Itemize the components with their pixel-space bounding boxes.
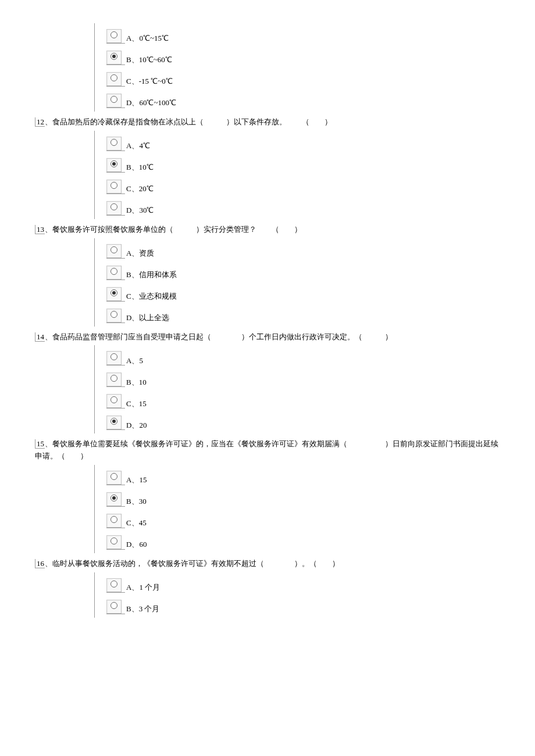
radio-selected-icon [110, 418, 117, 425]
radio-button[interactable] [106, 535, 122, 549]
radio-unselected-icon [110, 246, 117, 253]
question-text: 13、餐饮服务许可按照餐饮服务单位的（ ）实行分类管理？ （ ） [35, 224, 500, 236]
radio-underline [106, 535, 125, 550]
question-block: 16、临时从事餐饮服务活动的，《餐饮服务许可证》有效期不超过（ ）。（ ）A、1… [35, 558, 500, 618]
option-text: 信用和体系 [139, 270, 177, 279]
question-text: 12、食品加热后的冷藏保存是指食物在冰点以上（ ）以下条件存放。 （ ） [35, 116, 500, 128]
radio-button[interactable] [106, 51, 122, 65]
option-label: D、20 [126, 420, 147, 432]
option-text: 0℃~15℃ [139, 34, 169, 42]
question-stem: 、餐饮服务许可按照餐饮服务单位的（ ）实行分类管理？ （ ） [45, 225, 302, 234]
radio-underline [106, 137, 125, 151]
radio-unselected-icon [110, 602, 117, 609]
radio-button[interactable] [106, 180, 122, 194]
radio-button[interactable] [106, 394, 122, 408]
radio-underline [106, 180, 125, 194]
radio-unselected-icon [110, 203, 117, 210]
radio-button[interactable] [106, 94, 122, 108]
option-letter: C [126, 518, 131, 527]
question-stem: 、食品药品监督管理部门应当自受理申请之日起（ ）个工作日内做出行政许可决定。（ … [45, 332, 393, 341]
radio-unselected-icon [110, 375, 117, 382]
radio-unselected-icon [110, 311, 117, 318]
option-row: D、20 [106, 411, 500, 432]
radio-button[interactable] [106, 287, 122, 301]
radio-button[interactable] [106, 492, 122, 506]
option-text: 10℃ [139, 163, 154, 171]
option-row: D、30℃ [106, 196, 500, 218]
option-label: B、3 个月 [126, 603, 159, 615]
option-label: D、以上全选 [126, 312, 169, 324]
radio-button[interactable] [106, 29, 122, 43]
options-container: A、资质B、信用和体系C、业态和规模D、以上全选 [94, 238, 500, 327]
option-letter: A [126, 34, 131, 42]
option-label: B、10℃ [126, 162, 154, 174]
radio-underline [106, 244, 125, 259]
radio-button[interactable] [106, 137, 122, 151]
option-separator: 、 [131, 518, 139, 527]
option-separator: 、 [131, 604, 139, 613]
radio-button[interactable] [106, 578, 122, 592]
options-container: A、1 个月B、3 个月 [94, 572, 500, 618]
option-letter: C [126, 77, 131, 85]
question-block: 15、餐饮服务单位需要延续《餐饮服务许可证》的，应当在《餐饮服务许可证》有效期届… [35, 438, 500, 553]
option-separator: 、 [131, 399, 139, 408]
radio-underline [106, 51, 125, 65]
option-label: D、30℃ [126, 205, 154, 217]
option-separator: 、 [131, 497, 139, 506]
option-text: 5 [139, 356, 143, 365]
option-separator: 、 [131, 206, 139, 214]
option-separator: 、 [131, 98, 139, 107]
radio-button[interactable] [106, 600, 122, 614]
option-text: 业态和规模 [139, 292, 177, 300]
options-container: A、5B、10C、15D、20 [94, 345, 500, 433]
option-letter: B [126, 604, 131, 613]
question-number: 12 [35, 117, 45, 127]
radio-unselected-icon [110, 96, 117, 103]
radio-button[interactable] [106, 471, 122, 485]
radio-button[interactable] [106, 415, 122, 429]
radio-button[interactable] [106, 201, 122, 215]
option-row: B、10 [106, 368, 500, 389]
option-separator: 、 [131, 77, 139, 85]
option-label: A、1 个月 [126, 582, 160, 594]
option-label: B、10 [126, 377, 147, 389]
option-label: B、信用和体系 [126, 269, 177, 281]
option-row: C、45 [106, 509, 500, 531]
option-separator: 、 [131, 421, 139, 429]
option-row: D、60℃~100℃ [106, 89, 500, 110]
question-stem: 、食品加热后的冷藏保存是指食物在冰点以上（ ）以下条件存放。 （ ） [45, 117, 332, 126]
radio-unselected-icon [110, 538, 117, 544]
option-letter: A [126, 141, 131, 150]
option-text: 以上全选 [139, 313, 169, 322]
option-separator: 、 [131, 249, 139, 257]
option-text: 20℃ [139, 184, 154, 193]
option-letter: D [126, 98, 131, 107]
radio-button[interactable] [106, 514, 122, 528]
question-number: 16 [35, 559, 45, 568]
radio-button[interactable] [106, 309, 122, 323]
radio-button[interactable] [106, 351, 122, 365]
option-text: 60 [139, 540, 147, 549]
option-letter: A [126, 583, 131, 592]
question-block: 13、餐饮服务许可按照餐饮服务单位的（ ）实行分类管理？ （ ）A、资质B、信用… [35, 224, 500, 327]
option-label: A、15 [126, 474, 147, 486]
option-text: 资质 [139, 249, 154, 257]
question-stem: 、餐饮服务单位需要延续《餐饮服务许可证》的，应当在《餐饮服务许可证》有效期届满（… [35, 439, 498, 460]
question-number: 14 [35, 332, 45, 342]
radio-selected-icon [110, 53, 117, 60]
radio-button[interactable] [106, 158, 122, 172]
radio-button[interactable] [106, 72, 122, 86]
radio-underline [106, 514, 125, 528]
radio-button[interactable] [106, 266, 122, 280]
option-label: B、10℃~60℃ [126, 54, 172, 66]
option-letter: C [126, 184, 131, 193]
option-letter: D [126, 206, 131, 214]
question-number: 13 [35, 225, 45, 234]
radio-button[interactable] [106, 372, 122, 386]
option-letter: D [126, 313, 131, 322]
option-row: C、20℃ [106, 175, 500, 196]
option-separator: 、 [131, 270, 139, 279]
question-text: 15、餐饮服务单位需要延续《餐饮服务许可证》的，应当在《餐饮服务许可证》有效期届… [35, 438, 500, 463]
radio-unselected-icon [110, 268, 117, 275]
radio-button[interactable] [106, 244, 122, 258]
